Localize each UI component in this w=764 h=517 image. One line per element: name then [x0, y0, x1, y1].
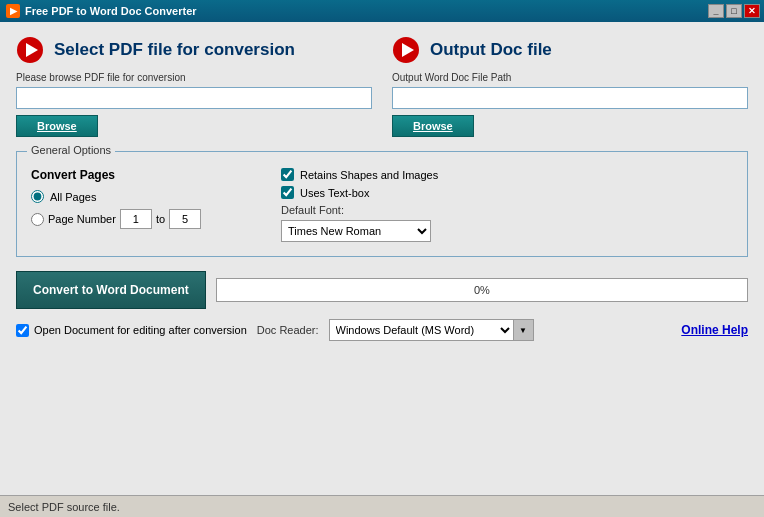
general-options-panel: General Options Convert Pages All Pages … [16, 151, 748, 257]
doc-reader-arrow-icon[interactable]: ▼ [514, 319, 534, 341]
output-section-icon [392, 36, 420, 64]
main-window: Select PDF file for conversion Please br… [0, 22, 764, 517]
convert-area: Convert to Word Document 0% [16, 271, 748, 309]
pdf-browse-button[interactable]: Browse [16, 115, 98, 137]
maximize-button[interactable]: □ [726, 4, 742, 18]
font-select[interactable]: Times New Roman Arial Courier New Verdan… [281, 220, 431, 242]
open-doc-checkbox[interactable] [16, 324, 29, 337]
pdf-section-title: Select PDF file for conversion [54, 40, 295, 60]
default-font-label: Default Font: [281, 204, 733, 216]
app-icon: ▶ [6, 4, 20, 18]
retains-shapes-option: Retains Shapes and Images [281, 168, 733, 181]
title-bar: ▶ Free PDF to Word Doc Converter _ □ ✕ [0, 0, 764, 22]
open-doc-label: Open Document for editing after conversi… [34, 324, 247, 336]
page-to-input[interactable] [169, 209, 201, 229]
convert-pages-section: Convert Pages All Pages Page Number to [31, 168, 251, 242]
right-options-section: Retains Shapes and Images Uses Text-box … [281, 168, 733, 242]
doc-reader-label: Doc Reader: [257, 324, 319, 336]
all-pages-label: All Pages [50, 191, 96, 203]
retains-shapes-checkbox[interactable] [281, 168, 294, 181]
uses-textbox-option: Uses Text-box [281, 186, 733, 199]
status-bar: Select PDF source file. [0, 495, 764, 517]
convert-pages-label: Convert Pages [31, 168, 251, 182]
page-from-input[interactable] [120, 209, 152, 229]
options-row: Open Document for editing after conversi… [16, 319, 748, 341]
page-number-radio[interactable] [31, 213, 44, 226]
convert-button[interactable]: Convert to Word Document [16, 271, 206, 309]
all-pages-radio[interactable] [31, 190, 44, 203]
close-button[interactable]: ✕ [744, 4, 760, 18]
page-number-option: Page Number to [31, 209, 251, 229]
uses-textbox-checkbox[interactable] [281, 186, 294, 199]
all-pages-option: All Pages [31, 190, 251, 203]
retains-shapes-label: Retains Shapes and Images [300, 169, 438, 181]
status-text: Select PDF source file. [8, 501, 120, 513]
general-options-legend: General Options [27, 144, 115, 156]
output-section-title: Output Doc file [430, 40, 552, 60]
page-number-label: Page Number [48, 213, 116, 225]
pdf-input-section: Select PDF file for conversion Please br… [16, 36, 372, 137]
output-browse-button[interactable]: Browse [392, 115, 474, 137]
uses-textbox-label: Uses Text-box [300, 187, 370, 199]
pdf-file-input[interactable] [16, 87, 372, 109]
output-section: Output Doc file Output Word Doc File Pat… [392, 36, 748, 137]
output-file-input[interactable] [392, 87, 748, 109]
app-title: Free PDF to Word Doc Converter [25, 5, 197, 17]
pdf-section-subtitle: Please browse PDF file for conversion [16, 72, 372, 83]
open-doc-option: Open Document for editing after conversi… [16, 324, 247, 337]
minimize-button[interactable]: _ [708, 4, 724, 18]
font-select-wrapper: Times New Roman Arial Courier New Verdan… [281, 220, 733, 242]
progress-bar-container: 0% [216, 278, 748, 302]
output-section-subtitle: Output Word Doc File Path [392, 72, 748, 83]
doc-reader-select-wrapper: Windows Default (MS Word) Microsoft Word… [329, 319, 534, 341]
pdf-section-icon [16, 36, 44, 64]
doc-reader-select[interactable]: Windows Default (MS Word) Microsoft Word… [329, 319, 514, 341]
page-range-separator: to [156, 213, 165, 225]
progress-text: 0% [474, 284, 490, 296]
online-help-link[interactable]: Online Help [681, 323, 748, 337]
